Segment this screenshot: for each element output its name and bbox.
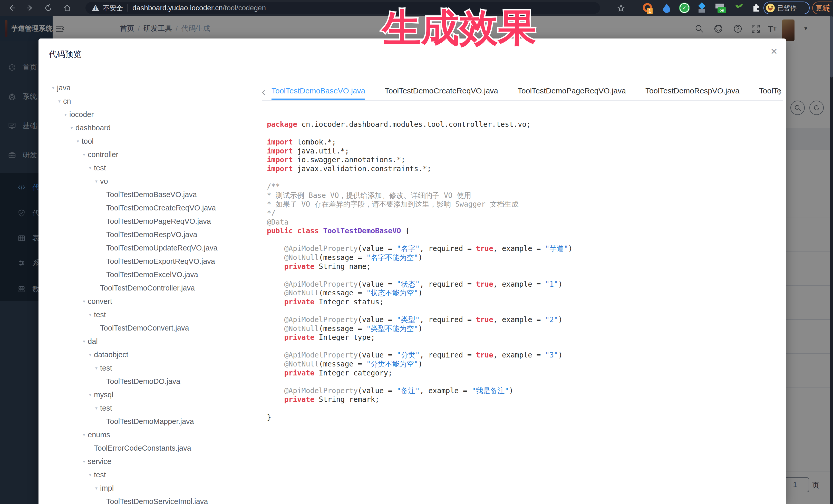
tree-node-label: ToolTestDemoServiceImpl.java — [106, 497, 208, 504]
caret-down-icon[interactable]: ▼ — [88, 166, 94, 170]
tree-folder[interactable]: ▼dashboard — [39, 121, 264, 135]
tree-file[interactable]: ToolTestDemoServiceImpl.java — [39, 495, 264, 504]
tabs-bottom-border — [262, 100, 783, 101]
tree-file[interactable]: ToolTestDemoBaseVO.java — [39, 188, 264, 201]
caret-down-icon[interactable]: ▼ — [51, 86, 57, 90]
caret-down-icon[interactable]: ▼ — [76, 139, 81, 143]
tabs-scroll-left-icon[interactable]: ‹ — [262, 85, 265, 99]
code-preview-modal: 代码预览 × ▼java▼cn▼iocoder▼dashboard▼tool▼c… — [39, 39, 786, 504]
caret-down-icon[interactable]: ▼ — [64, 113, 69, 117]
caret-down-icon[interactable]: ▼ — [82, 339, 88, 344]
scrollbar-thumb[interactable] — [830, 16, 833, 77]
tree-node-label: convert — [88, 297, 112, 306]
tree-folder[interactable]: ▼mysql — [39, 388, 264, 401]
tree-folder[interactable]: ▼controller — [39, 148, 264, 161]
tree-node-label: test — [100, 404, 112, 412]
browser-forward-icon[interactable] — [24, 2, 35, 14]
tree-file[interactable]: ToolTestDemoUpdateReqVO.java — [39, 241, 264, 255]
profile-paused-badge[interactable]: 已暂停 — [763, 2, 810, 15]
tree-file[interactable]: ToolTestDemoExportReqVO.java — [39, 255, 264, 268]
extension-orange-icon[interactable]: 1 — [643, 3, 652, 12]
bookmark-star-icon[interactable] — [615, 2, 627, 14]
tree-file[interactable]: ToolTestDemoExcelVO.java — [39, 268, 264, 281]
code-viewer: package cn.iocoder.dashboard.modules.too… — [267, 120, 573, 422]
tree-folder[interactable]: ▼test — [39, 361, 264, 375]
tree-node-label: impl — [100, 484, 114, 493]
caret-down-icon[interactable]: ▼ — [94, 406, 100, 410]
tab-3[interactable]: ToolTestDemoRespVO.java — [645, 83, 740, 100]
tree-file[interactable]: ToolTestDemoMapper.java — [39, 415, 264, 428]
tree-folder[interactable]: ▼dal — [39, 335, 264, 348]
tab-2[interactable]: ToolTestDemoPageReqVO.java — [518, 83, 626, 100]
tree-folder[interactable]: ▼cn — [39, 94, 264, 108]
tabs-scroll-right-icon[interactable]: › — [778, 85, 782, 99]
tree-node-label: ToolTestDemoMapper.java — [106, 417, 194, 426]
code-line: @NotNull(message = "状态不能为空") — [267, 289, 422, 297]
caret-down-icon[interactable]: ▼ — [88, 353, 94, 357]
browser-menu-icon[interactable]: ••• — [827, 4, 830, 13]
browser-reload-icon[interactable] — [43, 2, 54, 14]
annotation-overlay: 生成效果 — [349, 3, 570, 51]
caret-down-icon[interactable]: ▼ — [57, 99, 63, 103]
browser-scrollbar[interactable] — [830, 16, 833, 504]
browser-home-icon[interactable] — [62, 2, 73, 14]
not-secure-label: 不安全 — [103, 4, 123, 13]
tab-1[interactable]: ToolTestDemoCreateReqVO.java — [385, 83, 498, 100]
extension-plant-icon[interactable] — [735, 3, 744, 14]
caret-down-icon[interactable]: ▼ — [82, 433, 88, 437]
code-line: @ApiModelProperty(value = "状态", required… — [267, 280, 563, 288]
code-line: @NotNull(message = "类型不能为空") — [267, 325, 422, 333]
tree-node-label: tool — [81, 137, 94, 145]
tree-folder[interactable]: ▼enums — [39, 428, 264, 441]
tree-file[interactable]: ToolErrorCodeConstants.java — [39, 441, 264, 455]
tree-folder[interactable]: ▼tool — [39, 135, 264, 148]
code-line: @NotNull(message = "分类不能为空") — [267, 360, 422, 368]
tree-file[interactable]: ToolTestDemoConvert.java — [39, 321, 264, 335]
tree-file[interactable]: ToolTestDemoCreateReqVO.java — [39, 201, 264, 215]
modal-title: 代码预览 — [49, 49, 81, 60]
tree-folder[interactable]: ▼test — [39, 161, 264, 174]
tree-folder[interactable]: ▼test — [39, 468, 264, 481]
caret-down-icon[interactable]: ▼ — [70, 126, 75, 130]
extension-drop-icon[interactable] — [662, 3, 671, 14]
tree-node-label: java — [57, 83, 71, 92]
caret-down-icon[interactable]: ▼ — [94, 366, 100, 370]
tree-folder[interactable]: ▼service — [39, 455, 264, 468]
tree-node-label: service — [88, 457, 111, 466]
tree-folder[interactable]: ▼vo — [39, 174, 264, 188]
extension-green-circle-icon[interactable]: ✓ — [680, 3, 689, 13]
extensions-puzzle-icon[interactable] — [752, 3, 761, 13]
tab-0[interactable]: ToolTestDemoBaseVO.java — [271, 83, 365, 100]
tree-node-label: dataobject — [94, 351, 128, 359]
caret-down-icon[interactable]: ▼ — [82, 152, 88, 157]
tree-folder[interactable]: ▼impl — [39, 481, 264, 495]
caret-down-icon[interactable]: ▼ — [88, 393, 94, 397]
tree-node-label: mysql — [94, 390, 114, 399]
tree-folder[interactable]: ▼java — [39, 81, 264, 94]
browser-back-icon[interactable] — [6, 2, 18, 14]
tree-folder[interactable]: ▼test — [39, 308, 264, 321]
tree-file[interactable]: ToolTestDemoRespVO.java — [39, 228, 264, 241]
caret-down-icon[interactable]: ▼ — [88, 313, 94, 317]
caret-down-icon[interactable]: ▼ — [94, 486, 100, 490]
caret-down-icon[interactable]: ▼ — [88, 473, 94, 477]
extension-list-on-icon[interactable]: on — [715, 3, 724, 9]
not-secure-warning-icon — [92, 5, 99, 11]
tree-node-label: ToolTestDemoBaseVO.java — [106, 190, 197, 199]
caret-down-icon[interactable]: ▼ — [82, 459, 88, 464]
code-line: import io.swagger.annotations.*; — [267, 155, 405, 164]
tree-folder[interactable]: ▼test — [39, 401, 264, 415]
tree-folder[interactable]: ▼dataobject — [39, 348, 264, 361]
tree-file[interactable]: ToolTestDemoDO.java — [39, 375, 264, 388]
annotation-text: 生成效果 — [381, 6, 536, 49]
caret-down-icon[interactable]: ▼ — [94, 179, 100, 184]
tree-file[interactable]: ToolTestDemoPageReqVO.java — [39, 215, 264, 228]
tree-node-label: dal — [88, 337, 98, 346]
extension-diamond-icon[interactable] — [698, 3, 705, 13]
tree-folder[interactable]: ▼convert — [39, 295, 264, 308]
tree-folder[interactable]: ▼iocoder — [39, 108, 264, 121]
code-line: /** — [267, 182, 280, 191]
caret-down-icon[interactable]: ▼ — [82, 299, 88, 304]
tree-file[interactable]: ToolTestDemoController.java — [39, 281, 264, 295]
close-icon[interactable]: × — [771, 46, 777, 57]
